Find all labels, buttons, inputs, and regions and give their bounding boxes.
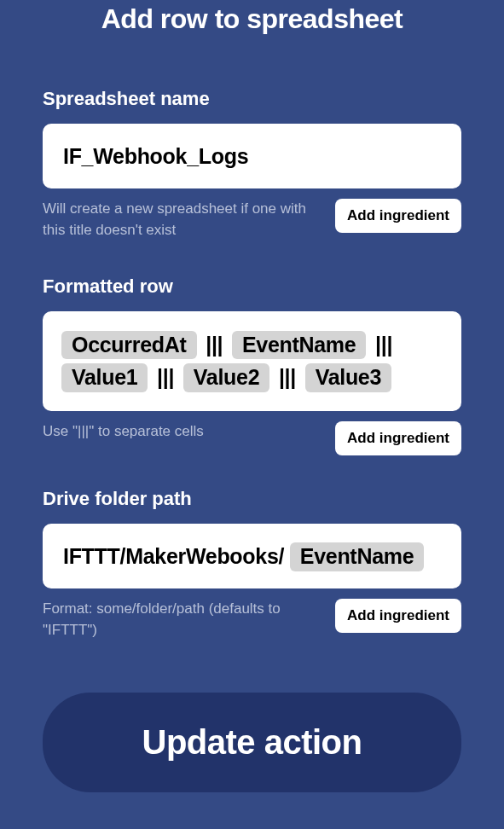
formatted-row-helper: Use "|||" to separate cells bbox=[43, 421, 322, 443]
drive-folder-path-input[interactable]: IFTTT/MakerWebooks/ EventName bbox=[43, 524, 461, 588]
ingredient-pill-value2[interactable]: Value2 bbox=[183, 363, 269, 392]
formatted-row-input[interactable]: OccurredAt ||| EventName ||| Value1 ||| … bbox=[43, 311, 461, 412]
add-ingredient-button-path[interactable]: Add ingredient bbox=[335, 599, 461, 633]
spreadsheet-name-label: Spreadsheet name bbox=[43, 88, 461, 110]
cell-separator: ||| bbox=[269, 365, 304, 389]
ingredient-pill-value3[interactable]: Value3 bbox=[305, 363, 391, 392]
field-spreadsheet-name: Spreadsheet name IF_Webhook_Logs Will cr… bbox=[43, 88, 461, 241]
ingredient-pill-eventname[interactable]: EventName bbox=[232, 331, 366, 360]
add-ingredient-button-row[interactable]: Add ingredient bbox=[335, 421, 461, 455]
add-ingredient-button-spreadsheet[interactable]: Add ingredient bbox=[335, 199, 461, 233]
ingredient-pill-occurredat[interactable]: OccurredAt bbox=[61, 331, 197, 360]
drive-folder-path-label: Drive folder path bbox=[43, 488, 461, 510]
spreadsheet-name-helper: Will create a new spreadsheet if one wit… bbox=[43, 199, 322, 241]
drive-folder-path-helper: Format: some/folder/path (defaults to "I… bbox=[43, 599, 322, 641]
page-title: Add row to spreadsheet bbox=[43, 0, 461, 35]
cell-separator: ||| bbox=[148, 365, 182, 389]
ingredient-pill-value1[interactable]: Value1 bbox=[61, 363, 148, 392]
spreadsheet-name-input[interactable]: IF_Webhook_Logs bbox=[43, 124, 461, 188]
field-drive-folder-path: Drive folder path IFTTT/MakerWebooks/ Ev… bbox=[43, 488, 461, 641]
update-action-button[interactable]: Update action bbox=[43, 693, 461, 792]
field-formatted-row: Formatted row OccurredAt ||| EventName |… bbox=[43, 275, 461, 456]
cell-separator: ||| bbox=[197, 333, 232, 357]
ingredient-pill-eventname-path[interactable]: EventName bbox=[290, 542, 424, 571]
drive-path-prefix: IFTTT/MakerWebooks/ bbox=[63, 544, 284, 568]
formatted-row-label: Formatted row bbox=[43, 275, 461, 298]
cell-separator: ||| bbox=[366, 333, 396, 357]
